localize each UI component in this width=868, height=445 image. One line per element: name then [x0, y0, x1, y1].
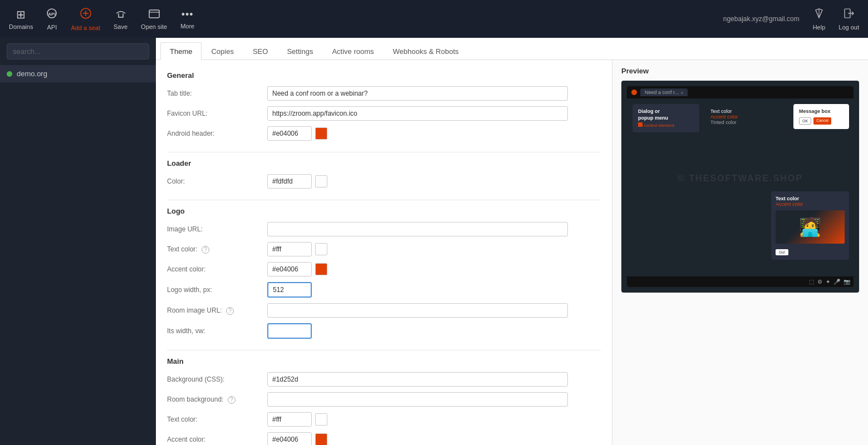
preview-box: Need a conf r... x © THESOFTWARE.SHOP Di…	[621, 81, 859, 293]
watermark: © THESOFTWARE.SHOP	[678, 174, 803, 184]
add-seat-icon	[80, 7, 92, 22]
nav-save[interactable]: Save	[114, 8, 127, 30]
nav-more[interactable]: ••• More	[180, 9, 194, 29]
input-logo-accent-color[interactable]	[267, 262, 568, 276]
api-icon: API	[46, 8, 57, 22]
room-image-url-field[interactable]	[267, 303, 568, 318]
logo-text-color-swatch[interactable]	[315, 243, 327, 255]
main-room-bg-field[interactable]	[267, 392, 568, 407]
row-android-header: Android header:	[167, 126, 601, 141]
input-main-text-color[interactable]	[267, 412, 568, 427]
tab-copies[interactable]: Copies	[202, 42, 243, 60]
logo-image-url-field[interactable]	[267, 222, 568, 236]
label-logo-image-url: Image URL:	[167, 225, 267, 233]
row-logo-image-url: Image URL:	[167, 222, 601, 236]
input-android-header[interactable]	[267, 126, 568, 141]
logo-accent-color-swatch[interactable]	[315, 263, 327, 275]
sidebar-item-demo-org[interactable]: demo.org	[0, 65, 156, 82]
nav-add-a-seat[interactable]: Add a seat	[71, 7, 100, 31]
input-main-accent-color[interactable]	[267, 432, 568, 445]
android-header-swatch[interactable]	[315, 127, 327, 140]
help-logo-text-color[interactable]: ?	[202, 246, 209, 254]
help-room-image-url[interactable]: ?	[226, 307, 234, 315]
tab-seo[interactable]: SEO	[243, 42, 277, 60]
row-favicon-url: Favicon URL:	[167, 106, 601, 121]
input-main-bg-css[interactable]	[267, 372, 568, 387]
main-bg-css-field[interactable]	[267, 372, 568, 387]
loader-color-swatch[interactable]	[315, 175, 327, 187]
toolbar-icon-5: 📷	[844, 279, 850, 285]
section-general: General Tab title: Favicon URL:	[167, 71, 601, 141]
input-room-image-url[interactable]	[267, 303, 568, 318]
preview-tab-dot	[631, 90, 637, 95]
status-dot	[7, 71, 12, 77]
search-box[interactable]	[0, 38, 156, 65]
preview-title: Preview	[621, 67, 859, 75]
preview-message-box: Message box OK Cancel	[793, 104, 849, 129]
row-tab-title: Tab title:	[167, 86, 601, 101]
help-main-room-bg[interactable]: ?	[228, 396, 236, 404]
label-tab-title: Tab title:	[167, 90, 267, 97]
search-input[interactable]	[7, 43, 149, 60]
tab-settings[interactable]: Settings	[277, 42, 322, 60]
its-width-field[interactable]	[267, 323, 312, 339]
form-panel: General Tab title: Favicon URL:	[156, 60, 612, 445]
save-icon	[115, 8, 127, 21]
label-logo-accent-color: Accent color:	[167, 265, 267, 273]
content-body: General Tab title: Favicon URL:	[156, 60, 868, 445]
main-accent-color-swatch[interactable]	[315, 433, 327, 445]
label-logo-width: Logo width, px:	[167, 286, 267, 294]
tab-title-field[interactable]	[267, 86, 568, 101]
preview-ok-btn: OK	[799, 117, 811, 125]
section-main-title: Main	[167, 357, 601, 365]
input-loader-color[interactable]	[267, 174, 568, 189]
section-loader-title: Loader	[167, 159, 601, 167]
nav-open-site[interactable]: Open site	[141, 8, 167, 30]
input-logo-image-url[interactable]	[267, 222, 568, 236]
favicon-url-field[interactable]	[267, 106, 568, 121]
loader-color-field[interactable]	[267, 174, 312, 189]
tab-active-rooms[interactable]: Active rooms	[322, 42, 383, 60]
preview-tab-item: Need a conf r... x	[640, 88, 688, 96]
nav-logout[interactable]: Log out	[838, 8, 859, 31]
input-logo-text-color[interactable]	[267, 242, 568, 256]
tab-theme[interactable]: Theme	[160, 42, 202, 60]
row-loader-color: Color:	[167, 174, 601, 189]
section-logo-title: Logo	[167, 207, 601, 215]
input-favicon-url[interactable]	[267, 106, 568, 121]
label-main-room-bg: Room background: ?	[167, 395, 267, 404]
main-text-color-swatch[interactable]	[315, 413, 327, 426]
label-logo-text-color: Text color: ?	[167, 245, 267, 254]
svg-rect-10	[638, 122, 643, 127]
logo-text-color-field[interactable]	[267, 242, 312, 256]
label-main-accent-color: Accent color:	[167, 436, 267, 443]
sidebar-item-label: demo.org	[17, 70, 47, 78]
preview-inner: © THESOFTWARE.SHOP Dialog orpopup menu c…	[627, 98, 854, 276]
more-icon: •••	[182, 9, 194, 21]
input-its-width[interactable]	[267, 323, 568, 339]
main-text-color-field[interactable]	[267, 412, 312, 427]
nav-domains[interactable]: ⊞ Domains	[9, 8, 33, 30]
toolbar-icon-2: ⚙	[817, 279, 822, 285]
input-logo-width[interactable]	[267, 282, 568, 298]
preview-text-block: Text color Accent color Tinted color	[710, 108, 738, 125]
row-main-room-bg: Room background: ?	[167, 392, 601, 407]
main-accent-color-field[interactable]	[267, 432, 312, 445]
toolbar-icon-3: ✦	[826, 279, 830, 285]
label-main-bg-css: Background (CSS):	[167, 375, 267, 383]
logo-accent-color-field[interactable]	[267, 262, 312, 276]
logo-width-field[interactable]	[267, 282, 312, 298]
tabs: Theme Copies SEO Settings Active rooms W…	[156, 38, 868, 60]
nav-help[interactable]: Help	[813, 8, 826, 31]
android-header-color-field[interactable]	[267, 126, 312, 141]
nav-api[interactable]: API API	[46, 8, 57, 31]
content-area: Theme Copies SEO Settings Active rooms W…	[156, 38, 868, 445]
preview-dialog: Dialog orpopup menu control element	[632, 104, 699, 132]
tab-webhooks-robots[interactable]: Webhooks & Robots	[384, 42, 468, 60]
row-its-width: Its width, vw:	[167, 323, 601, 339]
domains-icon: ⊞	[16, 8, 26, 21]
input-main-room-bg[interactable]	[267, 392, 568, 407]
toolbar-icon-4: 🎤	[833, 279, 840, 285]
help-icon	[813, 8, 825, 22]
input-tab-title[interactable]	[267, 86, 568, 101]
